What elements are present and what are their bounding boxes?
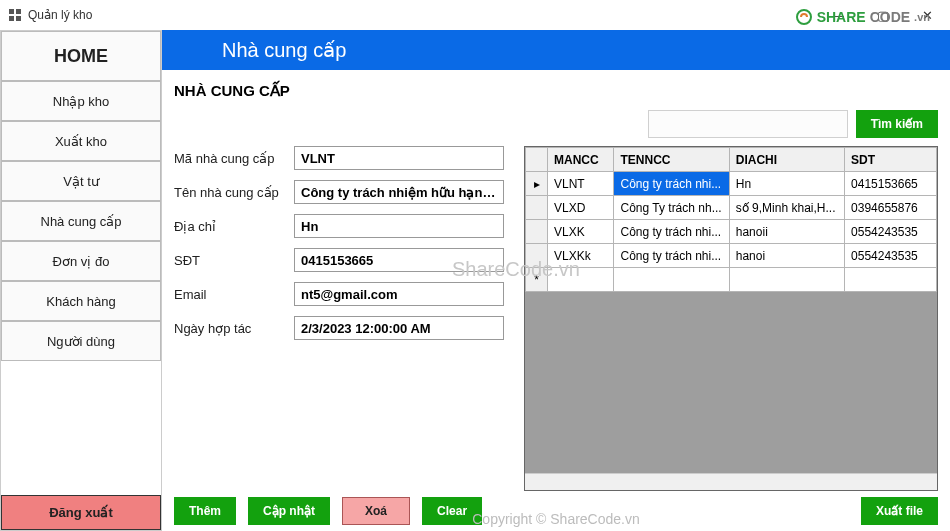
search-input[interactable] (648, 110, 848, 138)
watermark-logo: SHARECODE.vn (795, 8, 930, 26)
svg-rect-0 (9, 9, 14, 14)
app-icon (8, 8, 22, 22)
svg-rect-2 (9, 16, 14, 21)
label-tenncc: Tên nhà cung cấp (174, 185, 294, 200)
table-row[interactable]: VLXKkCông ty trách nhi...hanoi0554243535 (526, 244, 937, 268)
sidebar-item-nguoidung[interactable]: Người dùng (1, 321, 161, 361)
table-row[interactable]: ▸VLNTCông ty trách nhi...Hn0415153665 (526, 172, 937, 196)
add-button[interactable]: Thêm (174, 497, 236, 525)
clear-button[interactable]: Clear (422, 497, 482, 525)
label-email: Email (174, 287, 294, 302)
col-tenncc[interactable]: TENNCC (614, 148, 729, 172)
data-grid[interactable]: MANCC TENNCC DIACHI SDT ▸VLNTCông ty trá… (524, 146, 938, 491)
section-title: NHÀ CUNG CẤP (174, 82, 938, 100)
sidebar-item-khachhang[interactable]: Khách hàng (1, 281, 161, 321)
grid-scrollbar[interactable] (525, 473, 937, 490)
label-ngay: Ngày hợp tác (174, 321, 294, 336)
col-mancc[interactable]: MANCC (548, 148, 614, 172)
sidebar: HOME Nhập kho Xuất kho Vật tư Nhà cung c… (0, 30, 162, 531)
input-tenncc[interactable] (294, 180, 504, 204)
input-sdt[interactable] (294, 248, 504, 272)
page-header: Nhà cung cấp (162, 30, 950, 70)
col-sdt[interactable]: SDT (845, 148, 937, 172)
table-row[interactable]: VLXKCông ty trách nhi...hanoii0554243535 (526, 220, 937, 244)
page-title: Nhà cung cấp (222, 38, 346, 62)
sidebar-home[interactable]: HOME (1, 31, 161, 81)
sidebar-item-vattu[interactable]: Vật tư (1, 161, 161, 201)
title-bar: Quản lý kho SHARECODE.vn — ▢ ✕ (0, 0, 950, 30)
input-ngay[interactable] (294, 316, 504, 340)
input-diachi[interactable] (294, 214, 504, 238)
svg-rect-3 (16, 16, 21, 21)
label-mancc: Mã nhà cung cấp (174, 151, 294, 166)
sidebar-item-nhapkho[interactable]: Nhập kho (1, 81, 161, 121)
svg-point-4 (797, 10, 811, 24)
window-title: Quản lý kho (28, 8, 92, 22)
detail-form: Mã nhà cung cấp Tên nhà cung cấp Địa chỉ… (174, 146, 504, 491)
export-button[interactable]: Xuất file (861, 497, 938, 525)
input-mancc[interactable] (294, 146, 504, 170)
logout-button[interactable]: Đăng xuất (1, 495, 161, 530)
table-row[interactable]: VLXDCông Ty trách nh...số 9,Minh khai,H.… (526, 196, 937, 220)
sidebar-item-xuatkho[interactable]: Xuất kho (1, 121, 161, 161)
table-row-new[interactable]: * (526, 268, 937, 292)
label-sdt: SĐT (174, 253, 294, 268)
update-button[interactable]: Cập nhật (248, 497, 330, 525)
sidebar-item-donvido[interactable]: Đơn vị đo (1, 241, 161, 281)
col-diachi[interactable]: DIACHI (729, 148, 844, 172)
delete-button[interactable]: Xoá (342, 497, 410, 525)
svg-rect-1 (16, 9, 21, 14)
input-email[interactable] (294, 282, 504, 306)
search-button[interactable]: Tìm kiếm (856, 110, 938, 138)
label-diachi: Địa chỉ (174, 219, 294, 234)
sidebar-item-nhacungcap[interactable]: Nhà cung cấp (1, 201, 161, 241)
